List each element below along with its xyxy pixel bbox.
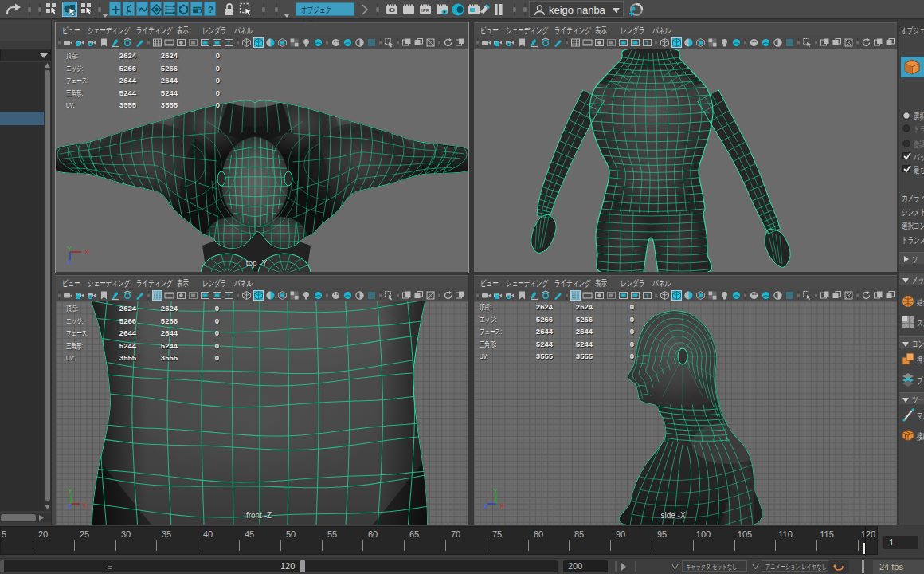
svg-text:Z: Z [67,502,72,509]
svg-text:Y: Y [67,245,72,253]
svg-text:T: T [227,41,231,46]
svg-text:T: T [645,293,649,299]
svg-text:T: T [227,293,231,299]
svg-text:Z: Z [67,258,72,265]
svg-text:Z: Z [484,502,488,509]
svg-text:X: X [84,248,89,256]
svg-text:Y: Y [493,488,498,495]
svg-text:Y: Y [68,488,72,495]
svg-text:T: T [645,41,649,46]
svg-text:?: ? [208,4,213,14]
svg-text:IPR: IPR [421,8,430,13]
svg-text:X: X [499,502,504,509]
svg-text:X: X [82,501,87,509]
